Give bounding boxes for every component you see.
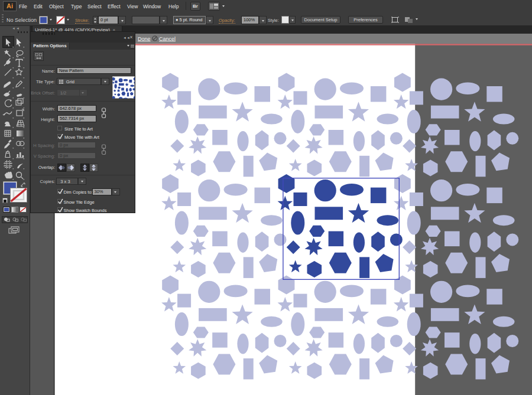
svg-text:Done: Done bbox=[138, 36, 151, 42]
svg-text:Cancel: Cancel bbox=[159, 36, 176, 42]
